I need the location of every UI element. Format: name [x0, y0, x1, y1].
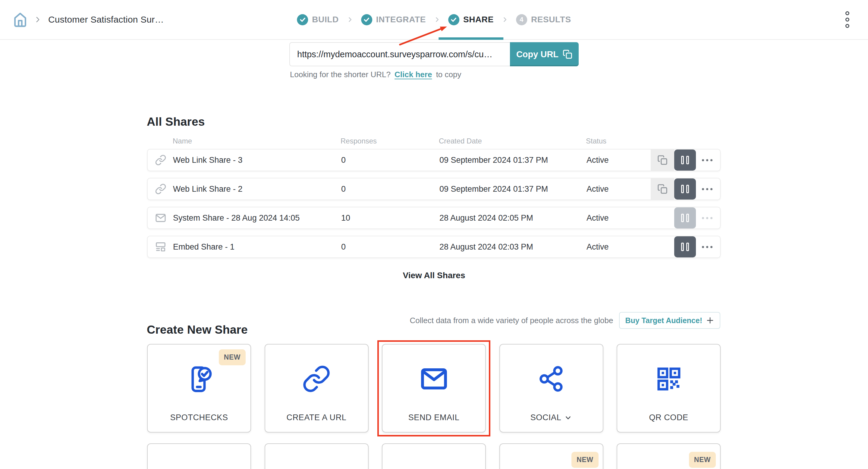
share-responses: 0: [341, 156, 346, 165]
step-separator-chevron-icon: [434, 16, 440, 23]
table-row: System Share - 28 Aug 2024 14:05 10 28 A…: [147, 207, 721, 229]
share-responses: 0: [341, 242, 346, 252]
step-number-circle: 4: [516, 14, 527, 25]
check-circle-icon: [448, 14, 459, 25]
check-circle-icon: [361, 14, 372, 25]
card-label: SEND EMAIL: [408, 413, 460, 422]
copy-url-label: Copy URL: [516, 50, 558, 59]
create-a-url-card[interactable]: CREATE A URL: [265, 344, 369, 433]
home-button[interactable]: [11, 10, 30, 29]
plus-icon: [706, 316, 714, 324]
pause-icon: [686, 243, 689, 251]
share-url-bar: Copy URL: [289, 42, 579, 66]
share-channel-cards-partial: NEW NEW: [147, 443, 721, 469]
share-card-partial[interactable]: [265, 443, 369, 469]
kebab-dot-icon: [845, 18, 849, 22]
chevron-down-icon: [564, 414, 572, 422]
click-here-link[interactable]: Click here: [395, 70, 432, 79]
survey-title: Customer Satisfaction Sur…: [48, 14, 164, 25]
buy-target-audience-button[interactable]: Buy Target Audience!: [619, 312, 720, 329]
share-status: Active: [587, 242, 609, 252]
row-more-options-button[interactable]: [697, 179, 717, 199]
step-integrate[interactable]: INTEGRATE: [361, 0, 426, 39]
table-row: Web Link Share - 2 0 09 September 2024 0…: [147, 178, 721, 200]
row-more-options-button[interactable]: [697, 236, 717, 257]
all-shares-heading: All Shares: [147, 115, 205, 128]
new-badge: NEW: [571, 452, 598, 468]
table-row: Web Link Share - 3 0 09 September 2024 0…: [147, 149, 721, 171]
step-label: RESULTS: [531, 15, 571, 24]
pause-icon: [686, 214, 689, 222]
pause-icon: [681, 156, 684, 164]
top-navigation-bar: Customer Satisfaction Sur… BUILD INTEGRA…: [0, 0, 868, 40]
qr-code-card[interactable]: QR CODE: [617, 344, 721, 433]
view-all-shares-link[interactable]: View All Shares: [0, 271, 868, 280]
create-share-toolbar: Collect data from a wide variety of peop…: [410, 312, 720, 329]
row-more-options-button[interactable]: [697, 207, 717, 228]
pause-share-button[interactable]: [674, 236, 696, 257]
row-more-options-button[interactable]: [697, 150, 717, 170]
pause-share-button-disabled[interactable]: [674, 207, 696, 228]
pause-share-button[interactable]: [674, 179, 696, 199]
share-card-partial[interactable]: NEW: [499, 443, 603, 469]
kebab-dot-icon: [845, 11, 849, 15]
shorter-url-suffix: to copy: [436, 70, 461, 79]
breadcrumb-chevron-icon: [34, 16, 41, 24]
buy-target-audience-label: Buy Target Audience!: [625, 316, 702, 325]
pause-icon: [686, 156, 689, 164]
embed-share-icon: [155, 241, 166, 253]
share-name: Web Link Share - 3: [173, 156, 243, 165]
share-responses: 0: [341, 184, 346, 194]
share-created-date: 09 September 2024 01:37 PM: [439, 156, 548, 165]
share-card-partial[interactable]: [147, 443, 251, 469]
share-card-partial[interactable]: [382, 443, 486, 469]
email-share-icon: [155, 212, 166, 224]
copy-share-button[interactable]: [651, 150, 674, 170]
column-header-created-date: Created Date: [439, 137, 482, 145]
share-channel-cards: NEW SPOTCHECKS: [147, 344, 721, 433]
home-icon: [11, 11, 29, 28]
share-card-partial[interactable]: NEW: [617, 443, 721, 469]
share-url-input[interactable]: [289, 42, 510, 66]
new-badge: NEW: [689, 452, 716, 468]
send-email-card[interactable]: SEND EMAIL: [382, 344, 486, 433]
share-nodes-icon: [500, 345, 603, 413]
social-card[interactable]: SOCIAL: [499, 344, 603, 433]
qr-code-icon: [617, 345, 720, 413]
card-label: CREATE A URL: [287, 413, 347, 422]
copy-icon: [563, 50, 572, 59]
shorter-url-prefix: Looking for the shorter URL?: [290, 70, 391, 79]
step-share[interactable]: SHARE: [448, 0, 494, 39]
copy-url-button[interactable]: Copy URL: [510, 42, 579, 66]
share-status: Active: [587, 184, 609, 194]
copy-share-button[interactable]: [651, 179, 674, 199]
more-options-button[interactable]: [844, 10, 851, 30]
column-header-responses: Responses: [341, 137, 377, 145]
share-name: Embed Share - 1: [173, 242, 235, 252]
column-header-name: Name: [173, 137, 192, 145]
step-separator-chevron-icon: [501, 16, 508, 23]
table-row: Embed Share - 1 0 28 August 2024 02:03 P…: [147, 236, 721, 258]
step-label: SHARE: [463, 15, 494, 24]
share-created-date: 09 September 2024 01:37 PM: [439, 184, 548, 194]
step-separator-chevron-icon: [347, 16, 353, 23]
step-build[interactable]: BUILD: [297, 0, 339, 39]
card-label: SOCIAL: [530, 413, 561, 422]
kebab-dot-icon: [845, 24, 849, 28]
step-label: INTEGRATE: [376, 15, 426, 24]
shorter-url-caption: Looking for the shorter URL? Click here …: [290, 70, 461, 79]
card-label: SPOTCHECKS: [170, 413, 228, 422]
pause-share-button[interactable]: [674, 150, 696, 170]
step-results[interactable]: 4 RESULTS: [516, 0, 571, 39]
shares-table: Web Link Share - 3 0 09 September 2024 0…: [147, 149, 721, 264]
pause-icon: [686, 185, 689, 193]
create-new-share-heading: Create New Share: [147, 323, 248, 336]
share-created-date: 28 August 2024 02:03 PM: [439, 242, 533, 252]
pause-icon: [681, 243, 684, 251]
pause-icon: [681, 185, 684, 193]
share-page: Customer Satisfaction Sur… BUILD INTEGRA…: [0, 0, 868, 469]
create-share-caption: Collect data from a wide variety of peop…: [410, 316, 613, 325]
web-link-icon: [155, 183, 166, 195]
spotchecks-card[interactable]: NEW SPOTCHECKS: [147, 344, 251, 433]
web-link-icon: [155, 154, 166, 166]
